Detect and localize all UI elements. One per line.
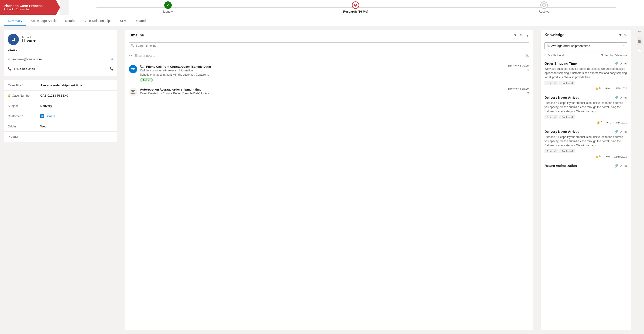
ki-email-icon-2[interactable]: ✉: [624, 96, 627, 99]
ki-date-2: 4/14/2020: [616, 121, 627, 124]
tab-sla[interactable]: SLA: [116, 19, 130, 26]
ki-tag-external-3: External: [544, 149, 558, 153]
ki-tag-external-2: External: [544, 115, 558, 119]
ki-share-icon-1[interactable]: ↗: [620, 62, 622, 65]
case-title-value[interactable]: Average order shipment time: [40, 84, 114, 87]
account-company: Litware: [8, 48, 114, 51]
case-title-label: Case Title *: [8, 84, 40, 87]
timeline-timestamp-2: 4/12/2020 1:48 AM: [508, 88, 529, 91]
timeline-add-button[interactable]: ＋: [507, 33, 511, 37]
contact-phone[interactable]: 1-425-555-3455: [14, 67, 35, 71]
lock-icon: 🔒: [8, 94, 11, 97]
call-icon[interactable]: 📞: [110, 67, 114, 71]
tabs-bar: Summary Knowledge Article Details Case R…: [0, 15, 644, 26]
ki-date-1: 12/30/2020: [614, 87, 627, 90]
svg-point-1: [355, 5, 356, 6]
account-name[interactable]: Litware: [22, 39, 36, 43]
case-customer-value[interactable]: 🏢 Litware: [40, 114, 114, 118]
ki-actions-2: 🔗 ↗ ✉: [614, 96, 627, 99]
step-label-resolve: Resolve: [538, 10, 550, 13]
timeline-sub-2: Case: Created by Christa Geller (Sample …: [140, 92, 505, 95]
account-meta: Account Litware: [22, 36, 36, 43]
required-star-customer: *: [22, 114, 23, 118]
case-number-row: 🔒 Case Number CAS-01213-P8B3X0: [4, 91, 117, 101]
knowledge-sort-button[interactable]: ⇅: [624, 33, 627, 37]
timeline-sort-button[interactable]: ⇅: [520, 33, 523, 37]
search-wrap: 🔍: [129, 42, 529, 49]
ki-title-4[interactable]: Return Authorization: [544, 164, 577, 168]
note-placeholder[interactable]: Enter a note...: [135, 54, 522, 57]
case-number-label: 🔒 Case Number: [8, 94, 40, 97]
ki-link-icon-3[interactable]: 🔗: [614, 130, 618, 133]
send-email-icon[interactable]: ⇨: [111, 57, 114, 61]
knowledge-items: Order Shipping Time 🔗 ↗ ✉ We value custo…: [541, 59, 631, 330]
tab-related[interactable]: Related: [131, 19, 149, 26]
side-document-icon[interactable]: 📄: [636, 47, 643, 54]
tab-summary[interactable]: Summary: [4, 19, 26, 26]
side-table-icon[interactable]: ▦: [636, 37, 643, 45]
tab-details[interactable]: Details: [61, 19, 79, 26]
knowledge-search-input[interactable]: [544, 43, 627, 49]
customer-icon: 🏢: [40, 114, 44, 118]
case-origin-label: Origin: [8, 125, 40, 128]
note-attach-icon[interactable]: 📎: [525, 53, 529, 58]
process-collapse-button[interactable]: ‹: [60, 0, 68, 15]
ki-link-icon-4[interactable]: 🔗: [614, 164, 618, 168]
ki-share-icon-2[interactable]: ↗: [620, 96, 622, 99]
ki-tags-2: External Published: [544, 115, 627, 119]
timeline-search: 🔍: [125, 40, 533, 51]
ki-share-icon-3[interactable]: ↗: [620, 130, 622, 133]
svg-point-2: [542, 4, 546, 7]
knowledge-item-4: Return Authorization 🔗 ↗ ✉: [541, 161, 631, 172]
timeline-search-input[interactable]: [129, 42, 529, 49]
ki-title-1[interactable]: Order Shipping Time: [544, 62, 577, 65]
left-panel: LI Account Litware Litware ✉ andrewr@lit…: [0, 26, 121, 334]
main-layout: LI Account Litware Litware ✉ andrewr@lit…: [0, 26, 644, 334]
note-input-row: ✏ Enter a note... 📎: [125, 51, 533, 60]
ki-email-icon-3[interactable]: ✉: [624, 130, 627, 133]
timeline-right-1: 4/12/2020 1:49 AM ∨: [508, 65, 529, 72]
ki-link-icon-2[interactable]: 🔗: [614, 96, 618, 99]
ki-title-2[interactable]: Delivery Never Arrived: [544, 96, 580, 99]
knowledge-sorted-by: Sorted by Relevance: [601, 54, 627, 57]
right-panel: Knowledge ▼ ⇅ 🔍 ✕ 6 Results found Sorted…: [537, 26, 635, 334]
knowledge-item-2: Delivery Never Arrived 🔗 ↗ ✉ Purpose & S…: [541, 93, 631, 127]
ki-views-3: 👁 0: [605, 155, 610, 158]
case-product-label: Product: [8, 135, 40, 138]
ki-likes-2: 👍 0: [597, 121, 602, 124]
process-step-resolve[interactable]: Resolve: [538, 2, 550, 13]
ki-title-3[interactable]: Delivery Never Arrived: [544, 130, 580, 133]
case-subject-value[interactable]: Delivery: [40, 104, 114, 108]
timeline-more-button[interactable]: ⋮: [526, 33, 529, 37]
timeline-right-2: 4/12/2020 1:48 AM ∨: [508, 88, 529, 95]
ki-meta-3: 👍 0 · 👁 0 · 12/30/2020: [544, 155, 627, 158]
timeline-expand-2[interactable]: ∨: [527, 91, 529, 95]
ki-header-1: Order Shipping Time 🔗 ↗ ✉: [544, 62, 627, 65]
step-circle-research: [352, 2, 359, 9]
tab-knowledge[interactable]: Knowledge Article: [27, 19, 60, 26]
case-product-value[interactable]: ---: [40, 135, 114, 138]
ki-share-icon-4[interactable]: ↗: [620, 164, 622, 168]
case-subject-row: Subject Delivery: [4, 101, 117, 111]
knowledge-search-row: 🔍 ✕: [541, 40, 631, 52]
timeline-card: Timeline ＋ ▼ ⇅ ⋮ 🔍 ✏ Enter a note... 📎: [125, 30, 533, 330]
ki-actions-1: 🔗 ↗ ✉: [614, 62, 627, 65]
tab-relationships[interactable]: Case Relationships: [80, 19, 115, 26]
side-edit-icon[interactable]: ✏: [636, 28, 643, 36]
ki-email-icon-4[interactable]: ✉: [624, 164, 627, 168]
timeline-expand-1[interactable]: ∨: [527, 69, 529, 72]
timeline-title-1: 📞 Phone Call from Christa Geller (Sample…: [140, 65, 505, 68]
timeline-filter-button[interactable]: ▼: [514, 33, 517, 37]
timeline-badge-1: Active: [140, 78, 153, 82]
contact-email[interactable]: andrewr@litware.com: [12, 57, 42, 61]
ki-tag-published-2: Published: [560, 115, 575, 119]
knowledge-clear-icon[interactable]: ✕: [622, 44, 625, 48]
timeline-title-2: Auto-post on Average order shipment time: [140, 88, 505, 91]
knowledge-item-3: Delivery Never Arrived 🔗 ↗ ✉ Purpose & S…: [541, 127, 631, 161]
process-step-research[interactable]: Research (16 Mo): [343, 2, 368, 13]
ki-actions-4: 🔗 ↗ ✉: [614, 164, 627, 168]
knowledge-filter-button[interactable]: ▼: [618, 33, 622, 37]
process-step-identify[interactable]: ✓ Identify: [163, 2, 173, 13]
ki-email-icon-1[interactable]: ✉: [624, 62, 627, 65]
ki-link-icon-1[interactable]: 🔗: [614, 62, 618, 65]
